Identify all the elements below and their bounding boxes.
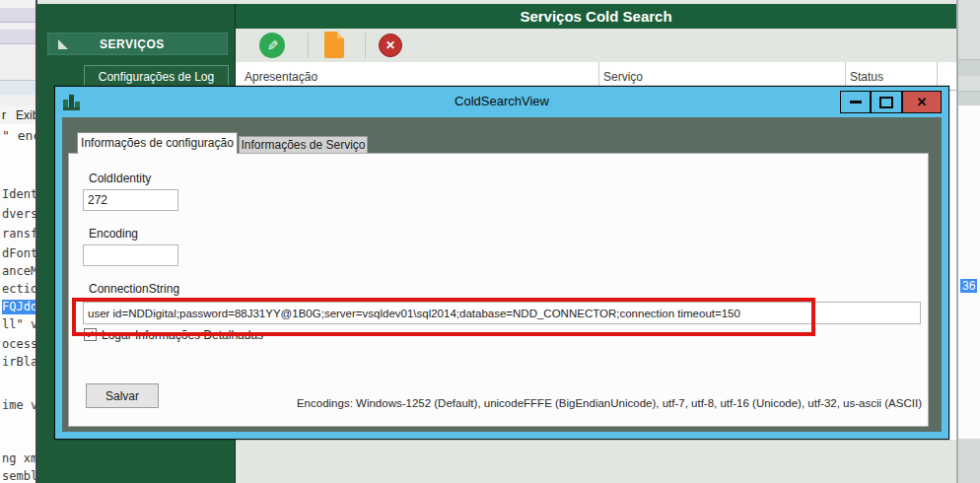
editor-band: [0, 95, 35, 105]
encodings-note: Encodings: Windows-1252 (Default), unico…: [297, 397, 922, 409]
connectionstring-input[interactable]: [83, 302, 921, 324]
code-line: " enc: [2, 128, 37, 143]
dialog-title: ColdSearchView: [55, 94, 948, 108]
app-titlebar: Serviços Cold Search: [236, 4, 956, 29]
configuration-panel: ColdIdentity Encoding ConnectionString ✓…: [68, 153, 929, 427]
editor-band: [0, 44, 35, 81]
sidebar-group-label[interactable]: SERVIÇOS: [100, 37, 165, 51]
toolbar-separator: [365, 33, 366, 58]
code-line: anceM: [2, 264, 37, 278]
coldsearchview-dialog: ColdSearchView ✕ Informações de configur…: [54, 86, 949, 440]
selected-text-chip: 36: [960, 279, 977, 293]
right-strip-band: [958, 91, 980, 106]
editor-band: [0, 0, 35, 8]
code-line: ime v: [2, 398, 37, 412]
minimize-icon: [850, 101, 862, 104]
coldidentity-input[interactable]: [83, 189, 178, 211]
right-strip-band: [958, 59, 980, 76]
screenshot-root: r Exib " enc Ident dvers ransf dFont anc…: [0, 0, 980, 483]
code-line: irBla: [2, 355, 37, 369]
minimize-button[interactable]: [840, 91, 871, 113]
editor-band: [0, 23, 35, 30]
code-line: ectio: [2, 282, 37, 296]
log-detail-checkbox[interactable]: ✓: [84, 328, 97, 341]
document-fold-icon: [337, 32, 344, 38]
close-button[interactable]: ✕: [902, 91, 942, 113]
column-header-status[interactable]: Status: [850, 70, 883, 84]
editor-band: [0, 81, 35, 95]
coldidentity-label: ColdIdentity: [89, 172, 151, 185]
app-toolbar: ✎ ✕: [236, 29, 956, 62]
editor-band: [0, 30, 35, 44]
code-line-selected: FQJdd: [2, 300, 37, 314]
code-line: dvers: [2, 207, 37, 221]
group-expand-triangle-icon[interactable]: [58, 39, 68, 49]
column-header-servico[interactable]: Serviço: [603, 70, 643, 84]
log-detail-checkbox-label[interactable]: Logar Informações Detalhadas: [102, 328, 263, 342]
code-line: Ident: [2, 187, 37, 201]
code-line: dFont: [2, 246, 37, 260]
menu-item-labels[interactable]: r Exib: [2, 108, 38, 122]
tab-informacoes-servico[interactable]: Informações de Serviço: [239, 136, 368, 154]
connectionstring-label: ConnectionString: [89, 282, 179, 296]
right-strip-band: [958, 0, 980, 105]
cancel-button[interactable]: ✕: [379, 34, 402, 57]
check-icon: ✓: [86, 329, 95, 340]
code-line: ll" v: [2, 317, 37, 331]
toolbar-separator: [308, 33, 309, 58]
edit-button[interactable]: ✎: [259, 33, 285, 58]
code-line: ocess: [2, 337, 37, 351]
maximize-icon: [879, 97, 893, 108]
column-header-apresentacao[interactable]: Apresentação: [245, 70, 317, 84]
encoding-label: Encoding: [89, 227, 138, 241]
right-strip-band: [958, 439, 980, 483]
code-line: ransf: [2, 227, 37, 241]
selected-text: FQJdd: [2, 300, 37, 314]
right-strip-body: [958, 105, 980, 439]
tab-informacoes-configuracao[interactable]: Informações de configuração: [77, 132, 238, 154]
editor-band: [0, 8, 35, 23]
sidebar-group-servicos[interactable]: SERVIÇOS: [47, 33, 228, 55]
x-icon: ✕: [385, 38, 395, 52]
code-line: sembl: [2, 469, 37, 483]
close-icon: ✕: [917, 95, 928, 109]
new-document-button[interactable]: [324, 32, 344, 58]
code-line: ng xm: [2, 451, 37, 465]
salvar-button[interactable]: Salvar: [86, 383, 159, 408]
editor-menubar[interactable]: r Exib: [0, 105, 35, 125]
encoding-input[interactable]: [83, 244, 178, 266]
window-footer-area: [236, 440, 956, 483]
pencil-icon: ✎: [264, 39, 280, 51]
maximize-button[interactable]: [871, 91, 902, 113]
dialog-content-area: Informações de configuração Informações …: [62, 117, 942, 432]
